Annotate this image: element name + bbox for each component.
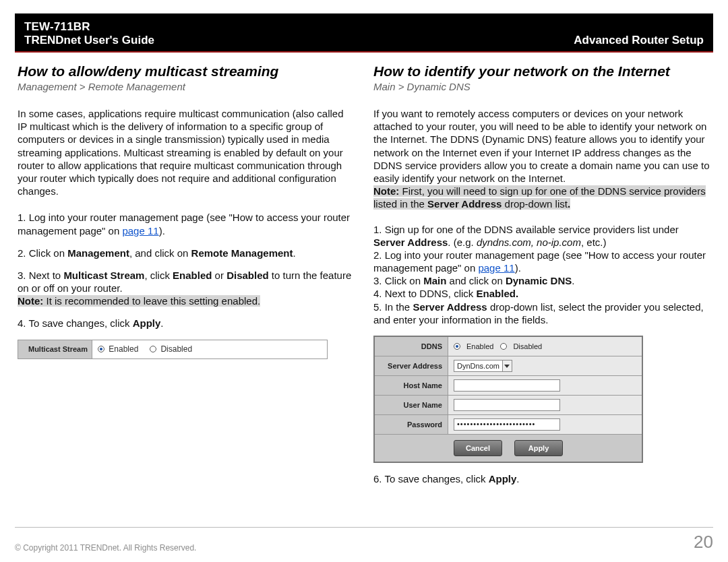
guide-title: TRENDnet User's Guide — [24, 34, 154, 47]
text: . — [572, 275, 574, 286]
text-bold: Disabled — [226, 270, 269, 281]
right-step-3: 3. Click on Main and click on Dynamic DN… — [373, 274, 710, 287]
ddns-radio-disabled-label: Disabled — [513, 342, 542, 351]
left-heading: How to allow/deny multicast streaming — [18, 63, 355, 80]
password-label: Password — [375, 415, 448, 434]
right-step-2: 2. Log into your router management page … — [373, 249, 710, 274]
text: . — [516, 473, 519, 485]
note-text-bold: Server Address — [427, 198, 502, 210]
copyright: © Copyright 2011 TRENDnet. All Rights Re… — [15, 543, 196, 553]
apply-button[interactable]: Apply — [514, 440, 563, 456]
multicast-label: Multicast Stream — [18, 340, 92, 358]
password-input[interactable]: •••••••••••••••••••••••• — [454, 418, 560, 431]
host-name-input[interactable] — [454, 379, 560, 392]
right-step-1: 1. Sign up for one of the DDNS available… — [373, 223, 710, 249]
text: and click on — [446, 275, 506, 286]
text: . (e.g. — [448, 237, 477, 248]
right-note: Note: First, you will need to sign up fo… — [373, 185, 706, 210]
text: 6. To save changes, click — [373, 473, 489, 485]
multicast-form: Multicast Stream Enabled Disabled — [18, 340, 328, 359]
text-bold: Remote Management — [191, 247, 293, 259]
right-step-5: 5. In the Server Address drop-down list,… — [373, 301, 710, 326]
right-column: How to identify your network on the Inte… — [373, 59, 710, 486]
text-bold: Dynamic DNS — [506, 275, 572, 286]
server-address-select[interactable]: DynDns.com — [454, 360, 512, 372]
text-bold: Apply — [133, 317, 161, 329]
text: 4. Next to DDNS, click — [373, 288, 477, 299]
text-bold: Apply — [489, 473, 517, 485]
header-bar: TEW-711BR TRENDnet User's Guide Advanced… — [15, 13, 713, 53]
radio-enabled-icon[interactable] — [98, 346, 104, 352]
text: . — [293, 247, 295, 259]
text-bold: Management — [67, 247, 129, 259]
right-step-6: 6. To save changes, click Apply. — [373, 472, 710, 485]
select-value: DynDns.com — [454, 361, 502, 371]
note-label: Note: — [18, 295, 43, 307]
right-breadcrumb: Main > Dynamic DNS — [373, 81, 710, 92]
text: 3. Next to — [18, 270, 63, 281]
text: 1. Sign up for one of the DDNS available… — [373, 224, 679, 235]
ddns-radio-disabled-icon[interactable] — [500, 343, 507, 350]
text: 4. To save changes, click — [18, 317, 133, 329]
text: , etc.) — [581, 237, 607, 248]
text: . — [160, 317, 163, 329]
user-name-input[interactable] — [454, 399, 560, 411]
text: 5. In the — [373, 301, 413, 313]
text-bold: Enabled — [173, 270, 212, 281]
text-bold: Main — [423, 275, 446, 286]
left-intro: In some cases, applications require mult… — [18, 107, 355, 197]
text: 2. Log into your router management page … — [373, 249, 706, 274]
right-heading: How to identify your network on the Inte… — [373, 63, 710, 80]
page-number: 20 — [694, 532, 713, 553]
note-text-bold: . — [568, 198, 570, 210]
text: , and click on — [129, 247, 191, 259]
server-address-label: Server Address — [375, 356, 448, 375]
text: 1. Log into your router management page … — [18, 212, 350, 236]
ddns-form: DDNS Enabled Disabled Server Address D — [373, 336, 643, 463]
note-label: Note: — [373, 185, 399, 197]
text: 3. Click on — [373, 275, 423, 286]
text: , click — [144, 270, 173, 281]
text: or — [212, 270, 226, 281]
left-breadcrumb: Management > Remote Management — [18, 81, 355, 92]
left-step-4: 4. To save changes, click Apply. — [18, 317, 355, 330]
page-link[interactable]: page 11 — [478, 262, 514, 274]
right-step-4: 4. Next to DDNS, click Enabled. — [373, 287, 710, 300]
page-link[interactable]: page 11 — [122, 225, 158, 237]
radio-disabled-label: Disabled — [160, 344, 192, 354]
text-bold: Enabled. — [477, 288, 519, 299]
right-intro: If you want to remotely access computers… — [373, 107, 710, 185]
chevron-down-icon — [502, 361, 512, 371]
ddns-label: DDNS — [375, 337, 448, 356]
left-step-1: 1. Log into your router management page … — [18, 211, 355, 237]
ddns-radio-enabled-icon[interactable] — [454, 343, 460, 350]
text-bold: Server Address — [373, 237, 448, 248]
text-bold: Server Address — [413, 301, 487, 313]
note-text: drop-down list — [502, 198, 568, 210]
product-model: TEW-711BR — [24, 20, 154, 34]
left-note: Note: It is recommended to leave this se… — [18, 295, 260, 307]
ddns-radio-enabled-label: Enabled — [466, 342, 493, 351]
note-text: It is recommended to leave this setting … — [43, 295, 260, 307]
host-name-label: Host Name — [375, 376, 448, 395]
section-title: Advanced Router Setup — [574, 34, 704, 47]
radio-disabled-icon[interactable] — [150, 346, 156, 352]
radio-enabled-label: Enabled — [109, 344, 138, 354]
cancel-button[interactable]: Cancel — [454, 440, 502, 456]
left-column: How to allow/deny multicast streaming Ma… — [18, 59, 355, 486]
user-name-label: User Name — [375, 396, 448, 414]
left-step-2: 2. Click on Management, and click on Rem… — [18, 247, 355, 259]
text: ). — [159, 225, 165, 237]
text-bold: Multicast Stream — [63, 270, 144, 281]
text-italic: dyndns.com, no-ip.com — [477, 237, 581, 248]
text: ). — [515, 262, 521, 274]
footer: © Copyright 2011 TRENDnet. All Rights Re… — [15, 527, 713, 553]
left-step-3: 3. Next to Multicast Stream, click Enabl… — [18, 269, 355, 308]
text: 2. Click on — [18, 247, 67, 259]
